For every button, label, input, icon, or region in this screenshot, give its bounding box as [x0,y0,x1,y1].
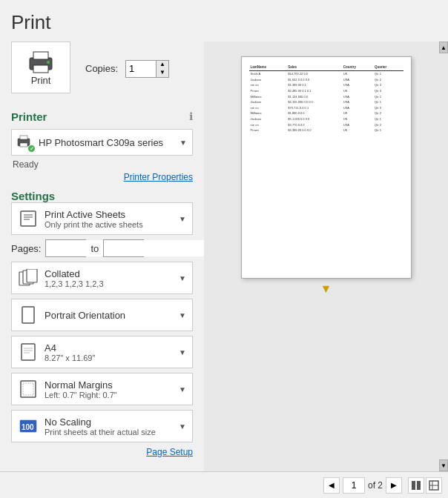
svg-rect-23 [412,481,415,490]
svg-rect-24 [417,481,421,490]
settings-section: Settings Print Active Sheets Only print … [11,190,193,457]
sheets-icon [18,208,39,229]
next-page-button[interactable]: ▶ [386,477,402,494]
collated-title: Collated [45,268,104,279]
orientation-icon [18,305,39,325]
svg-rect-2 [33,65,48,73]
print-button[interactable]: Print [11,42,70,93]
collated-icon [18,268,39,288]
page-number-input[interactable] [346,480,361,491]
scroll-down-btn[interactable]: ▼ [439,459,448,471]
orientation-chevron: ▼ [179,311,186,319]
orientation-dropdown[interactable]: Portrait Orientation ▼ [11,299,193,331]
page-of-text: of 2 [368,480,383,491]
view-icon-1[interactable] [408,477,424,494]
svg-text:100: 100 [22,423,34,431]
svg-rect-6 [20,143,27,147]
copies-label: Copies: [85,63,118,74]
settings-section-label: Settings [11,190,55,202]
svg-rect-7 [21,211,36,226]
scaling-icon: 100 [18,416,39,436]
collated-dropdown[interactable]: Collated 1,2,3 1,2,3 1,2,3 ▼ [11,262,193,294]
scaling-title: No Scaling [45,416,156,428]
svg-point-3 [47,61,50,64]
printer-select[interactable]: HP Photosmart C309a series [11,129,193,156]
orientation-title: Portrait Orientation [45,310,125,321]
scaling-dropdown[interactable]: 100 No Scaling Print sheets at their act… [11,410,193,442]
paper-size-dropdown[interactable]: A4 8.27" x 11.69" ▼ [11,336,193,368]
info-icon[interactable]: ℹ [189,110,193,122]
paper-size-icon [18,342,39,362]
svg-rect-1 [33,52,48,59]
svg-rect-14 [22,307,34,323]
collated-chevron: ▼ [179,274,186,282]
paper-size-chevron: ▼ [179,348,186,356]
print-sheets-dropdown[interactable]: Print Active Sheets Only print the activ… [11,202,193,235]
right-panel: ▲ ▼ LastName Sales Country Quarter [204,42,448,471]
print-sheets-subtitle: Only print the active sheets [45,220,143,229]
copies-spin-up[interactable]: ▲ [157,61,168,69]
bottom-nav: ◀ of 2 ▶ [0,471,448,498]
collated-subtitle: 1,2,3 1,2,3 1,2,3 [45,279,104,288]
prev-page-button[interactable]: ◀ [323,477,340,494]
print-button-label: Print [31,75,51,86]
svg-rect-13 [27,269,37,282]
svg-rect-15 [22,344,35,360]
scaling-subtitle: Print sheets at their actual size [45,428,156,436]
page-title: Print [0,0,448,42]
margins-title: Normal Margins [45,379,117,391]
scaling-chevron: ▼ [179,422,186,431]
print-sheets-chevron: ▼ [179,215,186,223]
view-icon-2[interactable] [426,477,442,494]
scrollbar[interactable]: ▲ ▼ [439,42,448,471]
svg-rect-5 [20,136,27,139]
margins-icon [18,379,39,399]
left-panel: Print Copies: ▲ ▼ Printer ℹ [0,42,204,471]
print-sheets-title: Print Active Sheets [45,209,143,220]
printer-section: Printer ℹ ✓ [11,103,193,182]
paper-size-title: A4 [45,342,95,353]
margins-chevron: ▼ [179,385,186,394]
print-preview: LastName Sales Country Quarter Smith A$1… [241,56,412,279]
printer-section-label: Printer [11,110,47,123]
margins-subtitle: Left: 0.7" Right: 0.7" [45,391,117,399]
down-arrow-indicator: ▼ [320,282,332,296]
copies-input[interactable] [126,61,156,77]
paper-size-subtitle: 8.27" x 11.69" [45,353,95,362]
pages-to-label: to [90,243,99,254]
margins-dropdown[interactable]: Normal Margins Left: 0.7" Right: 0.7" ▼ [11,373,193,405]
page-setup-link[interactable]: Page Setup [11,447,193,457]
pages-to-input[interactable] [104,240,204,256]
copies-spin-down[interactable]: ▼ [157,69,168,77]
printer-icon-container: ✓ [16,133,33,151]
pages-label: Pages: [11,243,41,254]
printer-properties-link[interactable]: Printer Properties [11,172,193,182]
scroll-up-btn[interactable]: ▲ [439,42,448,53]
printer-status: Ready [11,159,193,170]
